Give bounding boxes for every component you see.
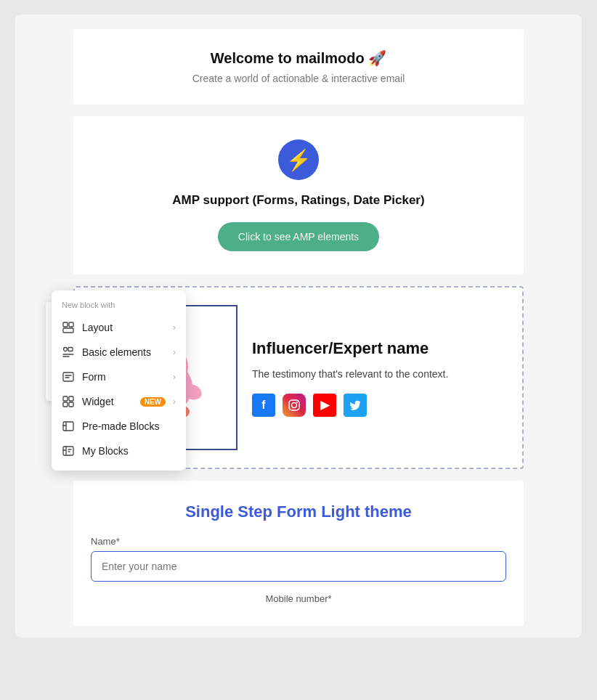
twitter-icon[interactable] [344,394,367,417]
menu-item-basic-elements[interactable]: Basic elements › [52,340,186,365]
facebook-icon[interactable]: f [252,394,275,417]
svg-rect-28 [69,402,73,407]
svg-rect-16 [289,400,299,410]
svg-rect-20 [69,322,73,327]
svg-rect-24 [63,373,73,381]
form-title: Single Step Form Light theme [91,502,506,521]
basic-elements-arrow: › [173,347,176,357]
svg-rect-19 [63,322,68,327]
premade-blocks-label: Pre-made Blocks [82,420,176,432]
svg-rect-25 [63,396,68,401]
amp-title: AMP support (Forms, Ratings, Date Picker… [88,193,509,208]
my-blocks-label: My Blocks [82,445,176,457]
widget-arrow: › [173,396,176,407]
amp-button[interactable]: Click to see AMP elements [218,222,379,251]
form-arrow: › [173,372,176,382]
layout-arrow: › [173,322,176,333]
svg-rect-29 [63,422,73,431]
menu-item-widget[interactable]: Widget NEW › [52,389,186,414]
svg-rect-30 [63,447,73,455]
svg-point-22 [64,348,68,351]
youtube-icon[interactable]: ▶ [313,394,336,417]
svg-rect-27 [63,402,68,407]
menu-header: New block with [52,298,186,315]
widget-icon [62,395,75,408]
svg-point-18 [296,402,298,403]
menu-item-my-blocks[interactable]: My Blocks [52,439,186,463]
svg-rect-21 [63,328,73,333]
widget-label: Widget [82,396,130,407]
menu-item-form[interactable]: Form › [52,365,186,389]
form-section: Single Step Form Light theme Name* Mobil… [73,481,524,626]
layout-icon [62,321,75,334]
influencer-text: The testimony that's relevant to the con… [252,367,505,382]
amp-card: ⚡ AMP support (Forms, Ratings, Date Pick… [73,116,524,274]
welcome-subtitle: Create a world of actionable & interacti… [88,73,509,84]
page-container: Welcome to mailmodo 🚀 Create a world of … [15,15,582,638]
name-input[interactable] [91,551,506,582]
form-icon [62,370,75,383]
basic-elements-label: Basic elements [82,346,166,358]
amp-icon: ⚡ [278,139,319,180]
menu-item-layout[interactable]: Layout › [52,315,186,340]
instagram-icon[interactable] [283,394,306,417]
svg-rect-23 [68,348,73,351]
welcome-card: Welcome to mailmodo 🚀 Create a world of … [73,29,524,105]
testimonial-content: Influencer/Expert name The testimony tha… [252,339,505,417]
welcome-title: Welcome to mailmodo 🚀 [88,49,509,67]
premade-blocks-icon [62,420,75,433]
mobile-label: Mobile number* [91,593,506,604]
my-blocks-icon [62,444,75,457]
context-menu: New block with Layout › Basic elements ›… [52,290,186,471]
menu-item-premade-blocks[interactable]: Pre-made Blocks [52,414,186,439]
name-label: Name* [91,536,506,547]
svg-point-17 [292,402,297,407]
widget-new-badge: NEW [140,397,166,407]
svg-rect-26 [69,396,73,401]
layout-label: Layout [82,322,166,333]
form-label: Form [82,371,166,383]
basic-elements-icon [62,346,75,359]
social-icons: f ▶ [252,394,505,417]
influencer-name: Influencer/Expert name [252,339,505,358]
